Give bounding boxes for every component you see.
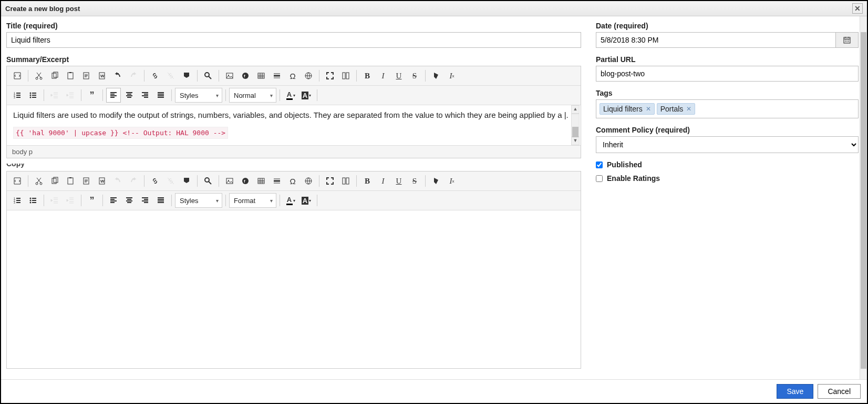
removeformat-icon[interactable]: Ix bbox=[445, 68, 459, 83]
iframe-icon[interactable] bbox=[301, 68, 316, 83]
bgcolor-icon[interactable]: A▾ bbox=[299, 193, 314, 208]
showblocks-icon[interactable] bbox=[338, 174, 353, 188]
maximize-icon[interactable] bbox=[323, 68, 337, 83]
textcolor-icon[interactable]: A▾ bbox=[283, 193, 298, 208]
maximize-icon[interactable] bbox=[323, 174, 337, 188]
italic-icon[interactable]: I bbox=[376, 68, 390, 83]
svg-point-21 bbox=[30, 93, 32, 94]
image-icon[interactable] bbox=[222, 174, 237, 188]
cut-icon[interactable] bbox=[32, 174, 46, 188]
styles-select[interactable]: Styles bbox=[175, 193, 222, 208]
copy-icon[interactable] bbox=[47, 68, 62, 83]
alignjustify-icon[interactable] bbox=[153, 193, 168, 208]
underline-icon[interactable]: U bbox=[391, 68, 406, 83]
alignright-icon[interactable] bbox=[138, 88, 152, 103]
bold-icon[interactable]: B bbox=[360, 68, 375, 83]
undo-icon[interactable] bbox=[110, 174, 125, 188]
iframe-icon[interactable] bbox=[301, 174, 316, 188]
textcolor-icon[interactable]: A▾ bbox=[283, 88, 298, 103]
strike-icon[interactable]: S bbox=[407, 174, 422, 188]
source-icon[interactable] bbox=[10, 174, 25, 188]
source-icon[interactable] bbox=[10, 68, 25, 83]
tags-input[interactable]: Liquid filters ✕ Portals ✕ bbox=[596, 99, 859, 118]
outdent-icon[interactable] bbox=[47, 88, 62, 103]
close-button[interactable]: ✕ bbox=[852, 3, 863, 14]
flash-icon[interactable]: f bbox=[238, 174, 253, 188]
showblocks-icon[interactable] bbox=[338, 68, 353, 83]
copy-icon[interactable] bbox=[47, 174, 62, 188]
url-input[interactable] bbox=[596, 66, 859, 82]
published-checkbox[interactable] bbox=[596, 161, 603, 168]
redo-icon[interactable] bbox=[126, 174, 141, 188]
page-scrollbar[interactable] bbox=[860, 16, 867, 379]
alignright-icon[interactable] bbox=[138, 193, 152, 208]
paste-icon[interactable] bbox=[63, 68, 78, 83]
find-icon[interactable] bbox=[201, 174, 215, 188]
bold-icon[interactable]: B bbox=[360, 174, 375, 188]
redo-icon[interactable] bbox=[126, 68, 141, 83]
bulletlist-icon[interactable] bbox=[26, 88, 40, 103]
blockquote-icon[interactable]: ” bbox=[85, 88, 99, 103]
specialchar-icon[interactable]: Ω bbox=[285, 68, 300, 83]
numberedlist-icon[interactable]: 123 bbox=[10, 193, 25, 208]
indent-icon[interactable] bbox=[63, 193, 78, 208]
indent-icon[interactable] bbox=[63, 88, 78, 103]
paste-text-icon[interactable] bbox=[79, 68, 94, 83]
styles-select[interactable]: Styles bbox=[175, 88, 222, 103]
unlink-icon[interactable] bbox=[163, 174, 178, 188]
copyformat-icon[interactable] bbox=[429, 68, 443, 83]
paste-text-icon[interactable] bbox=[79, 174, 94, 188]
strike-icon[interactable]: S bbox=[407, 68, 422, 83]
save-button[interactable]: Save bbox=[777, 384, 813, 399]
table-icon[interactable] bbox=[254, 174, 268, 188]
removeformat-icon[interactable]: Ix bbox=[445, 174, 459, 188]
cancel-button[interactable]: Cancel bbox=[818, 384, 861, 399]
scroll-up-icon[interactable]: ▲ bbox=[571, 105, 580, 114]
tag-remove-icon[interactable]: ✕ bbox=[646, 105, 651, 113]
paste-word-icon[interactable]: W bbox=[95, 68, 109, 83]
alignjustify-icon[interactable] bbox=[153, 88, 168, 103]
title-input[interactable] bbox=[6, 32, 581, 48]
flash-icon[interactable]: f bbox=[238, 68, 253, 83]
blockquote-icon[interactable]: ” bbox=[85, 193, 99, 208]
tag-remove-icon[interactable]: ✕ bbox=[686, 105, 691, 113]
comment-select[interactable]: Inherit bbox=[596, 136, 859, 153]
anchor-icon[interactable] bbox=[179, 174, 194, 188]
summary-scrollbar[interactable]: ▲ ▼ bbox=[571, 105, 580, 145]
scroll-down-icon[interactable]: ▼ bbox=[571, 137, 580, 145]
summary-content[interactable]: Liquid filters are used to modify the ou… bbox=[7, 105, 581, 145]
copyformat-icon[interactable] bbox=[429, 174, 443, 188]
date-input[interactable] bbox=[596, 32, 835, 48]
hr-icon[interactable] bbox=[270, 174, 284, 188]
alignleft-icon[interactable] bbox=[106, 193, 121, 208]
paste-word-icon[interactable]: W bbox=[95, 174, 109, 188]
format-select[interactable]: Normal bbox=[229, 88, 276, 103]
link-icon[interactable] bbox=[148, 174, 162, 188]
aligncenter-icon[interactable] bbox=[122, 88, 137, 103]
italic-icon[interactable]: I bbox=[376, 174, 390, 188]
underline-icon[interactable]: U bbox=[391, 174, 406, 188]
image-icon[interactable] bbox=[222, 68, 237, 83]
scrollbar-thumb[interactable] bbox=[861, 32, 866, 369]
calendar-button[interactable] bbox=[835, 32, 859, 48]
link-icon[interactable] bbox=[148, 68, 162, 83]
ratings-checkbox[interactable] bbox=[596, 175, 603, 182]
table-icon[interactable] bbox=[254, 68, 268, 83]
hr-icon[interactable] bbox=[270, 68, 284, 83]
bgcolor-icon[interactable]: A▾ bbox=[299, 88, 314, 103]
format-select[interactable]: Format bbox=[229, 193, 276, 208]
bulletlist-icon[interactable] bbox=[26, 193, 40, 208]
alignleft-icon[interactable] bbox=[106, 88, 121, 103]
scroll-area: Title (required) Summary/Excerpt W bbox=[1, 16, 867, 379]
numberedlist-icon[interactable]: 123 bbox=[10, 88, 25, 103]
specialchar-icon[interactable]: Ω bbox=[285, 174, 300, 188]
paste-icon[interactable] bbox=[63, 174, 78, 188]
copy-content[interactable] bbox=[7, 210, 581, 368]
aligncenter-icon[interactable] bbox=[122, 193, 137, 208]
undo-icon[interactable] bbox=[110, 68, 125, 83]
unlink-icon[interactable] bbox=[163, 68, 178, 83]
find-icon[interactable] bbox=[201, 68, 215, 83]
anchor-icon[interactable] bbox=[179, 68, 194, 83]
cut-icon[interactable] bbox=[32, 68, 46, 83]
outdent-icon[interactable] bbox=[47, 193, 62, 208]
